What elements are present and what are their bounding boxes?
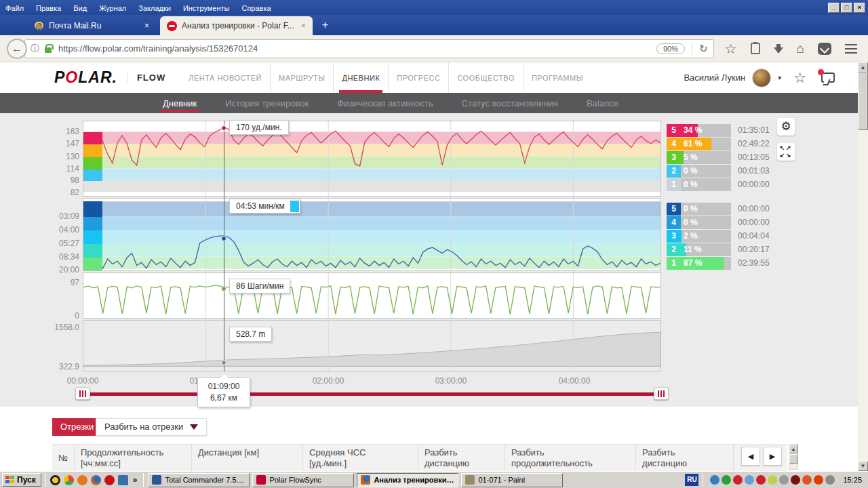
bookmarks-menu-icon[interactable] <box>751 43 760 54</box>
firefox-icon[interactable] <box>91 475 101 485</box>
settings-gear-icon[interactable]: ⚙ <box>777 118 795 136</box>
heart_rate-chart[interactable] <box>83 121 661 197</box>
nav-item-5[interactable]: ПРОГРАММЫ <box>523 62 591 93</box>
mail-icon[interactable] <box>802 475 812 485</box>
zone-bar: 0 % <box>681 216 731 229</box>
url-text[interactable]: https://flow.polar.com/training/analysis… <box>58 43 656 54</box>
hamburger-menu-icon[interactable] <box>845 44 857 54</box>
subnav-item-3[interactable]: Статус восстановления <box>462 93 558 113</box>
daemon-tools-icon[interactable] <box>50 475 60 485</box>
nav-item-0[interactable]: ЛЕНТА НОВОСТЕЙ <box>180 62 270 93</box>
task-button-1[interactable]: Polar FlowSync <box>252 473 354 487</box>
pace-zones-table-row-3: 211 %00:20:17 <box>667 243 770 256</box>
scrollbar-thumb[interactable] <box>858 73 868 130</box>
range-slider-track[interactable] <box>83 392 661 396</box>
menu-item-6[interactable]: Справка <box>241 4 271 12</box>
nav-item-2[interactable]: ДНЕВНИК <box>333 62 388 93</box>
cadence-tooltip: 86 Шаги/мин <box>229 279 290 293</box>
red-star-icon[interactable] <box>733 475 743 485</box>
training-analysis-charts: 163147130114988203:0904:0005:2708:3420:0… <box>0 113 858 407</box>
toolbar-overflow-chevron[interactable]: » <box>133 475 138 485</box>
webcam-icon[interactable] <box>779 475 789 485</box>
subnav-item-0[interactable]: Дневник <box>163 93 197 113</box>
pace-chart[interactable] <box>83 198 661 271</box>
nav-item-4[interactable]: СООБЩЕСТВО <box>448 62 523 93</box>
subnav-item-1[interactable]: История тренировок <box>225 93 309 113</box>
slider-handle-right[interactable] <box>654 387 669 400</box>
agent-icon[interactable] <box>814 475 823 485</box>
disc-icon[interactable] <box>791 475 800 485</box>
scroll-down-button[interactable]: ▼ <box>858 461 868 471</box>
scroll-up-button[interactable]: ▲ <box>858 62 868 73</box>
scrollbar-thumb[interactable] <box>789 454 797 464</box>
slider-handle-left[interactable] <box>75 387 90 400</box>
favorite-star-icon[interactable]: ☆ <box>793 70 806 86</box>
menu-item-4[interactable]: Закладки <box>138 4 171 12</box>
pace-zones-table-row-2: 32 %00:04:04 <box>667 230 770 243</box>
opera-icon[interactable] <box>104 475 115 485</box>
volume-icon[interactable] <box>825 475 835 485</box>
start-button[interactable]: Пуск <box>2 473 41 487</box>
tab-close-icon[interactable]: × <box>138 21 149 30</box>
cursor-dot-2 <box>221 286 226 291</box>
menu-item-2[interactable]: Вид <box>73 4 87 12</box>
nav-item-3[interactable]: ПРОГРЕСС <box>388 62 448 93</box>
altitude-chart[interactable] <box>83 320 661 371</box>
back-button[interactable]: ← <box>7 39 27 59</box>
menu-bar: ФайлПравкаВидЖурналЗакладкиИнструментыСп… <box>0 0 868 15</box>
tab-close-icon[interactable]: × <box>294 21 306 30</box>
leaf-icon[interactable] <box>768 475 777 485</box>
task-button-2[interactable]: Анализ тренировки - ... <box>357 473 458 487</box>
tab-mail[interactable]: @ Почта Mail.Ru × <box>27 16 156 35</box>
close-button[interactable]: × <box>854 3 865 13</box>
menu-item-0[interactable]: Файл <box>5 4 24 12</box>
task-button-3[interactable]: 01-071 - Paint <box>461 473 563 487</box>
polar-logo[interactable]: POLAR. <box>54 68 117 87</box>
network-icon[interactable] <box>745 475 754 485</box>
zoom-level-badge[interactable]: 90% <box>656 43 685 54</box>
antivirus-a-icon[interactable] <box>722 475 731 485</box>
https-lock-icon[interactable] <box>45 47 52 53</box>
save-icon[interactable] <box>118 475 128 485</box>
segments-tab[interactable]: Отрезки <box>52 418 102 436</box>
language-indicator[interactable]: RU <box>685 474 698 486</box>
reload-button[interactable]: ↻ <box>699 43 708 55</box>
subnav-item-2[interactable]: Физическая активность <box>337 93 433 113</box>
tab-polar-analysis[interactable]: Анализ тренировки - Polar F... × <box>160 16 313 35</box>
downloads-icon[interactable] <box>774 47 783 54</box>
chevron-down-icon[interactable]: ▾ <box>778 74 781 81</box>
prev-page-button[interactable]: ◀ <box>741 447 760 466</box>
cadence-chart[interactable] <box>83 272 661 319</box>
menu-item-5[interactable]: Инструменты <box>183 4 230 12</box>
notifications-icon[interactable] <box>821 73 835 83</box>
page-scrollbar[interactable]: ▲ ▼ <box>858 62 868 471</box>
polar-icon <box>167 21 177 31</box>
page-info-icon[interactable]: ⓘ <box>31 43 39 55</box>
split-dropdown[interactable]: Разбить на отрезки <box>96 418 207 436</box>
url-bar[interactable]: ⓘ https://flow.polar.com/training/analys… <box>24 39 714 58</box>
zone-percent: 0 % <box>684 165 698 178</box>
menu-item-1[interactable]: Правка <box>36 4 61 12</box>
swirl-icon[interactable] <box>710 475 719 485</box>
nav-item-1[interactable]: МАРШРУТЫ <box>270 62 333 93</box>
home-app-icon[interactable] <box>77 475 87 485</box>
chrome-icon[interactable] <box>64 475 74 485</box>
avatar[interactable] <box>752 68 771 87</box>
minimize-button[interactable]: _ <box>828 3 840 13</box>
restore-button[interactable]: □ <box>841 3 852 13</box>
user-name[interactable]: Василий Лукин <box>684 73 745 83</box>
new-tab-button[interactable]: + <box>322 19 328 31</box>
pocket-icon[interactable] <box>818 43 831 55</box>
fullscreen-expand-icon[interactable]: ↖↗↙↘ <box>777 143 795 161</box>
next-page-button[interactable]: ▶ <box>763 447 782 466</box>
shield-icon[interactable] <box>756 475 766 485</box>
scroll-up-icon[interactable]: ▲ <box>789 445 797 453</box>
menu-item-3[interactable]: Журнал <box>99 4 126 12</box>
subnav-item-4[interactable]: Balance <box>587 93 618 113</box>
bookmark-star-icon[interactable]: ☆ <box>725 41 737 57</box>
pace-zone-indicator <box>290 201 299 212</box>
task-button-0[interactable]: Total Commander 7.55 r... <box>148 473 250 487</box>
cursor-line[interactable] <box>224 121 224 371</box>
table-scrollbar[interactable]: ▲ <box>789 444 798 470</box>
home-icon[interactable]: ⌂ <box>797 44 804 54</box>
